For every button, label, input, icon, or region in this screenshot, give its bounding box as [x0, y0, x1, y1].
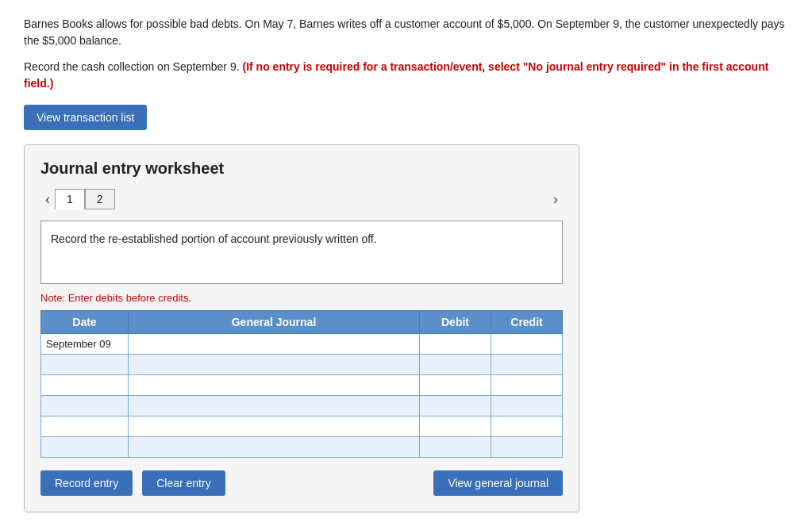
table-row-credit-4[interactable] — [491, 416, 563, 437]
general-input-4[interactable] — [129, 416, 419, 436]
col-credit: Credit — [491, 311, 563, 334]
tab-nav: ‹ 1 2 › — [40, 189, 563, 209]
table-row-general-2[interactable] — [129, 375, 420, 396]
table-row-credit-5[interactable] — [491, 437, 563, 458]
general-input-2[interactable] — [129, 375, 419, 395]
table-row-debit-1[interactable] — [420, 355, 491, 375]
table-row-debit-2[interactable] — [420, 375, 491, 396]
credit-input-4[interactable] — [491, 416, 562, 436]
col-debit: Debit — [420, 311, 491, 334]
table-row-debit-3[interactable] — [420, 396, 491, 416]
instruction-main: Record the cash collection on September … — [24, 60, 240, 73]
debit-input-1[interactable] — [420, 355, 491, 374]
debit-input-0[interactable] — [420, 334, 491, 354]
view-transaction-button[interactable]: View transaction list — [24, 105, 147, 130]
credit-input-1[interactable] — [491, 355, 562, 374]
table-row-date-3 — [41, 396, 129, 416]
table-row-date-1 — [41, 355, 129, 375]
col-date: Date — [41, 311, 129, 334]
problem-text: Barnes Books allows for possible bad deb… — [24, 16, 786, 49]
journal-table: Date General Journal Debit Credit Septem… — [40, 310, 563, 458]
instruction: Record the cash collection on September … — [24, 59, 788, 92]
table-row-debit-0[interactable] — [420, 334, 491, 355]
tab-2[interactable]: 2 — [85, 189, 115, 209]
general-input-1[interactable] — [129, 355, 419, 374]
col-general: General Journal — [129, 311, 420, 334]
button-row: Record entry Clear entry View general jo… — [40, 470, 563, 496]
table-row-credit-1[interactable] — [491, 355, 563, 375]
table-row-date-0: September 09 — [41, 334, 129, 355]
table-row-debit-4[interactable] — [420, 416, 491, 437]
table-row-general-4[interactable] — [129, 416, 420, 437]
table-row-date-5 — [41, 437, 129, 458]
credit-input-5[interactable] — [491, 437, 562, 457]
general-input-5[interactable] — [129, 437, 419, 457]
general-input-3[interactable] — [129, 396, 419, 416]
tab-next-arrow[interactable]: › — [548, 190, 563, 209]
table-row-general-1[interactable] — [129, 355, 420, 375]
clear-entry-button[interactable]: Clear entry — [142, 470, 225, 496]
table-row-date-4 — [41, 416, 129, 437]
table-row-date-2 — [41, 375, 129, 396]
record-entry-button[interactable]: Record entry — [40, 470, 133, 496]
worksheet-title: Journal entry worksheet — [40, 159, 563, 178]
table-row-general-0[interactable] — [129, 334, 420, 355]
debit-input-4[interactable] — [420, 416, 491, 436]
table-row-credit-3[interactable] — [491, 396, 563, 416]
debit-input-2[interactable] — [420, 375, 491, 395]
table-row-credit-0[interactable] — [491, 334, 563, 355]
table-row-general-3[interactable] — [129, 396, 420, 416]
debit-input-5[interactable] — [420, 437, 491, 457]
table-row-debit-5[interactable] — [420, 437, 491, 458]
view-general-journal-button[interactable]: View general journal — [433, 470, 563, 496]
tab-1[interactable]: 1 — [55, 189, 85, 209]
credit-input-2[interactable] — [491, 375, 562, 395]
description-box: Record the re-established portion of acc… — [40, 221, 563, 284]
note-text: Note: Enter debits before credits. — [40, 292, 563, 304]
credit-input-0[interactable] — [491, 334, 562, 354]
worksheet-container: Journal entry worksheet ‹ 1 2 › Record t… — [24, 144, 579, 512]
table-row-credit-2[interactable] — [491, 375, 563, 396]
general-input-0[interactable] — [129, 334, 419, 354]
table-row-general-5[interactable] — [129, 437, 420, 458]
tab-prev-arrow[interactable]: ‹ — [40, 190, 55, 209]
debit-input-3[interactable] — [420, 396, 491, 416]
credit-input-3[interactable] — [491, 396, 562, 416]
